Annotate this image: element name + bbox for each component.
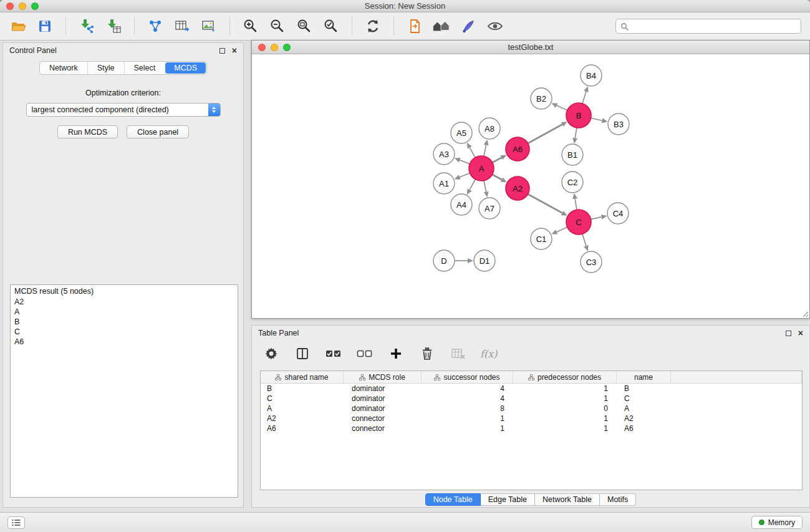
delete-column-button[interactable]: [418, 344, 436, 364]
table-body: Bdominator41BCdominator41CAdominator80AA…: [261, 384, 802, 433]
graph-edge[interactable]: [484, 181, 486, 192]
table-row[interactable]: Bdominator41B: [261, 384, 802, 394]
network-view-window: testGlobe.txt B4B2BB3A5A8A6B1A3AC2A1A2A4…: [251, 40, 810, 319]
table-cell: dominator: [344, 384, 422, 394]
tab-select[interactable]: Select: [124, 62, 165, 74]
graph-edge[interactable]: [582, 92, 586, 104]
tab-network[interactable]: Network: [40, 62, 87, 74]
column-header-shared-name[interactable]: shared name: [261, 371, 344, 383]
new-table-button[interactable]: [173, 16, 191, 36]
network-window-titlebar[interactable]: testGlobe.txt: [252, 41, 809, 54]
add-column-button[interactable]: [387, 344, 405, 364]
deselect-all-button[interactable]: [355, 344, 374, 364]
close-panel-button[interactable]: Close panel: [127, 125, 189, 138]
table-row[interactable]: A6connector11A6: [261, 423, 802, 433]
delete-table-button[interactable]: [449, 344, 468, 364]
export-image-button[interactable]: [200, 16, 218, 36]
graph-edge[interactable]: [591, 217, 602, 220]
tab-style[interactable]: Style: [87, 62, 124, 74]
zoom-fit-button[interactable]: [295, 16, 314, 36]
search-field[interactable]: [615, 19, 801, 34]
new-network-button[interactable]: [146, 16, 165, 36]
show-hide-button[interactable]: [486, 16, 504, 36]
close-window-button[interactable]: [6, 2, 14, 10]
graph-edge[interactable]: [557, 105, 567, 110]
mcds-result-item[interactable]: B: [11, 317, 238, 327]
function-builder-button[interactable]: f(x): [480, 348, 497, 360]
graph-edge[interactable]: [557, 227, 567, 232]
minimize-window-button[interactable]: [19, 2, 26, 10]
tab-mcds[interactable]: MCDS: [165, 62, 206, 74]
gear-icon: [264, 347, 278, 360]
zoom-in-button[interactable]: [241, 16, 260, 36]
memory-button[interactable]: Memory: [751, 516, 803, 529]
tab-network-table[interactable]: Network Table: [535, 493, 600, 506]
column-header-predecessor-nodes[interactable]: predecessor nodes: [513, 371, 617, 383]
graph-edge[interactable]: [484, 145, 486, 156]
float-table-panel-icon[interactable]: [786, 331, 791, 336]
column-header-mcds-role[interactable]: MCDS role: [344, 371, 422, 383]
mcds-result-item[interactable]: A6: [11, 337, 238, 347]
table-cell: B: [617, 384, 671, 394]
graph-edge[interactable]: [575, 199, 577, 210]
table-row[interactable]: Adominator80A: [261, 404, 802, 414]
home-tool-button[interactable]: [432, 16, 451, 36]
graph-node-label: C3: [586, 258, 597, 267]
close-network-button[interactable]: [258, 44, 266, 51]
resize-grip[interactable]: [801, 309, 809, 317]
graph-node-label: A7: [485, 204, 494, 213]
graph-node-label: A2: [513, 184, 523, 193]
graph-edge[interactable]: [575, 128, 577, 138]
mcds-result-item[interactable]: A: [11, 307, 238, 317]
graph-edge[interactable]: [460, 173, 470, 177]
close-panel-icon[interactable]: ×: [232, 47, 237, 54]
tab-edge-table[interactable]: Edge Table: [481, 493, 535, 506]
show-columns-button[interactable]: [293, 344, 312, 364]
table-row[interactable]: Cdominator41C: [261, 394, 802, 404]
select-all-button[interactable]: [324, 344, 343, 364]
graph-edge[interactable]: [493, 175, 502, 180]
save-session-button[interactable]: [36, 16, 54, 36]
style-brush-button[interactable]: [459, 16, 478, 36]
graph-edge[interactable]: [460, 160, 470, 164]
mcds-result-item[interactable]: C: [11, 327, 238, 337]
import-network-button[interactable]: [77, 16, 96, 36]
network-canvas[interactable]: B4B2BB3A5A8A6B1A3AC2A1A2A4A7C4CC1C3DD1: [252, 54, 809, 318]
eye-icon: [486, 18, 504, 34]
graph-node-label: A5: [456, 128, 466, 138]
graph-edge-arrow: [572, 193, 577, 200]
graph-edge[interactable]: [528, 124, 562, 143]
column-header-successor-nodes[interactable]: successor nodes: [422, 371, 513, 383]
brush-icon: [460, 18, 476, 34]
import-table-button[interactable]: [104, 16, 123, 36]
minimize-network-button[interactable]: [271, 44, 278, 51]
column-header-name[interactable]: name: [617, 371, 671, 383]
open-session-button[interactable]: [9, 16, 27, 36]
graph-edge[interactable]: [591, 118, 602, 120]
graph-edge[interactable]: [582, 234, 586, 246]
graph-edge[interactable]: [528, 194, 562, 213]
optimization-criterion-dropdown[interactable]: largest connected component (directed): [26, 103, 221, 117]
graph-edge[interactable]: [470, 148, 475, 158]
mcds-result-item[interactable]: A2: [11, 297, 238, 307]
tab-node-table[interactable]: Node Table: [425, 493, 481, 506]
graph-edge[interactable]: [493, 158, 502, 163]
table-settings-button[interactable]: [262, 344, 281, 364]
graph-node-label: A4: [456, 200, 466, 210]
apply-layout-button[interactable]: [364, 16, 382, 36]
zoom-window-button[interactable]: [31, 2, 39, 10]
run-mcds-button[interactable]: Run MCDS: [57, 125, 118, 138]
close-table-panel-icon[interactable]: ×: [798, 330, 803, 336]
tab-motifs[interactable]: Motifs: [600, 493, 636, 506]
zoom-selected-button[interactable]: [322, 16, 340, 36]
graph-edge[interactable]: [470, 180, 475, 190]
search-input[interactable]: [632, 20, 801, 32]
optimization-criterion-label: Optimization criterion:: [3, 89, 243, 97]
table-row[interactable]: A2connector11A2: [261, 414, 802, 423]
task-history-button[interactable]: [7, 516, 25, 529]
float-panel-icon[interactable]: [219, 48, 225, 54]
graph-node-label: C: [576, 218, 581, 227]
zoom-out-button[interactable]: [268, 16, 287, 36]
zoom-network-button[interactable]: [283, 44, 291, 51]
document-tool-button[interactable]: [405, 16, 424, 36]
